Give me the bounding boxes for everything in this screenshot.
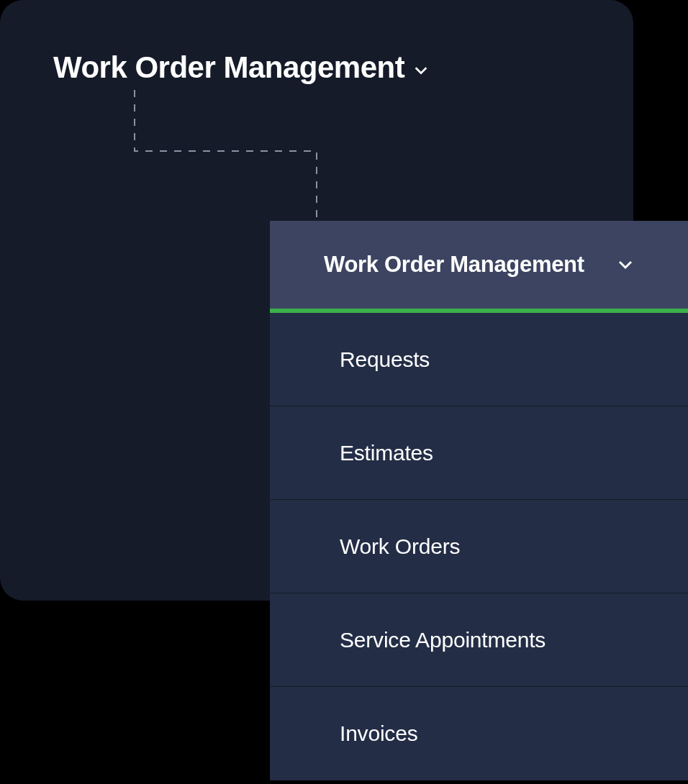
dropdown-item-estimates[interactable]: Estimates bbox=[270, 406, 688, 500]
dropdown-item-label: Service Appointments bbox=[340, 628, 546, 652]
dropdown-item-label: Work Orders bbox=[340, 534, 460, 559]
chevron-down-icon bbox=[617, 256, 634, 273]
dropdown-item-requests[interactable]: Requests bbox=[270, 313, 688, 406]
dropdown-header-label: Work Order Management bbox=[324, 252, 584, 278]
page-title: Work Order Management bbox=[53, 50, 404, 85]
chevron-down-icon bbox=[413, 63, 429, 78]
dropdown-item-work-orders[interactable]: Work Orders bbox=[270, 500, 688, 593]
dropdown-header[interactable]: Work Order Management bbox=[270, 221, 688, 309]
dropdown-item-invoices[interactable]: Invoices bbox=[270, 687, 688, 780]
dropdown-panel: Work Order Management Requests Estimates… bbox=[270, 221, 688, 780]
dropdown-item-label: Estimates bbox=[340, 441, 433, 465]
dropdown-item-service-appointments[interactable]: Service Appointments bbox=[270, 593, 688, 687]
dropdown-item-label: Invoices bbox=[340, 721, 417, 746]
page-title-row[interactable]: Work Order Management bbox=[53, 50, 429, 85]
dropdown-item-label: Requests bbox=[340, 347, 430, 372]
